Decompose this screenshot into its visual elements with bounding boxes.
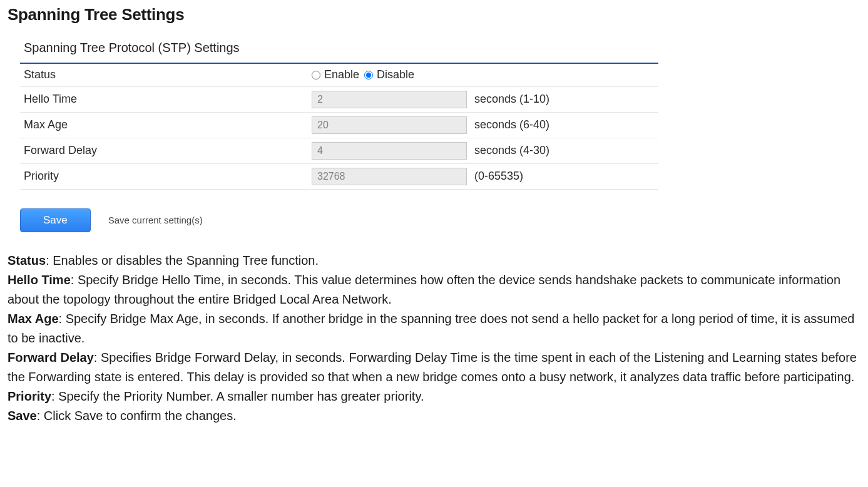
page-title: Spanning Tree Settings [8, 5, 860, 24]
input-priority[interactable] [312, 168, 467, 185]
label-priority: Priority [20, 163, 308, 189]
hint-forward-delay: seconds (4-30) [471, 138, 658, 163]
row-priority: Priority (0-65535) [20, 163, 658, 189]
radio-enable[interactable] [312, 71, 320, 79]
save-row: Save Save current setting(s) [20, 208, 860, 232]
label-hello-time: Hello Time [20, 86, 308, 112]
row-forward-delay: Forward Delay seconds (4-30) [20, 138, 658, 163]
save-hint: Save current setting(s) [108, 215, 203, 225]
status-radio-group: Enable Disable [312, 68, 655, 81]
label-max-age: Max Age [20, 112, 308, 138]
panel-header: Spanning Tree Protocol (STP) Settings [20, 37, 658, 64]
row-status: Status Enable Disable [20, 64, 658, 86]
radio-enable-text: Enable [324, 68, 359, 81]
desc-forward-delay: Forward Delay: Specifies Bridge Forward … [8, 348, 860, 387]
desc-status: Status: Enables or disables the Spanning… [8, 251, 860, 270]
label-forward-delay: Forward Delay [20, 138, 308, 163]
row-hello-time: Hello Time seconds (1-10) [20, 86, 658, 112]
row-max-age: Max Age seconds (6-40) [20, 112, 658, 138]
desc-save: Save: Click Save to confirm the changes. [8, 406, 860, 426]
settings-table: Status Enable Disable Hello Time [20, 64, 658, 190]
hint-priority: (0-65535) [471, 163, 658, 189]
radio-disable[interactable] [364, 71, 373, 79]
radio-enable-label[interactable]: Enable [312, 68, 359, 81]
desc-hello-time: Hello Time: Specify Bridge Hello Time, i… [8, 270, 860, 309]
desc-max-age: Max Age: Specify Bridge Max Age, in seco… [8, 309, 860, 348]
radio-disable-text: Disable [377, 68, 414, 81]
descriptions: Status: Enables or disables the Spanning… [8, 251, 860, 426]
save-button[interactable]: Save [20, 208, 91, 232]
desc-priority: Priority: Specify the Priority Number. A… [8, 387, 860, 406]
input-hello-time[interactable] [312, 91, 467, 108]
hint-hello-time: seconds (1-10) [471, 86, 658, 112]
stp-settings-panel: Spanning Tree Protocol (STP) Settings St… [20, 37, 658, 190]
input-forward-delay[interactable] [312, 142, 467, 160]
radio-disable-label[interactable]: Disable [364, 68, 414, 81]
hint-max-age: seconds (6-40) [471, 112, 658, 138]
label-status: Status [20, 64, 308, 86]
input-max-age[interactable] [312, 116, 467, 134]
